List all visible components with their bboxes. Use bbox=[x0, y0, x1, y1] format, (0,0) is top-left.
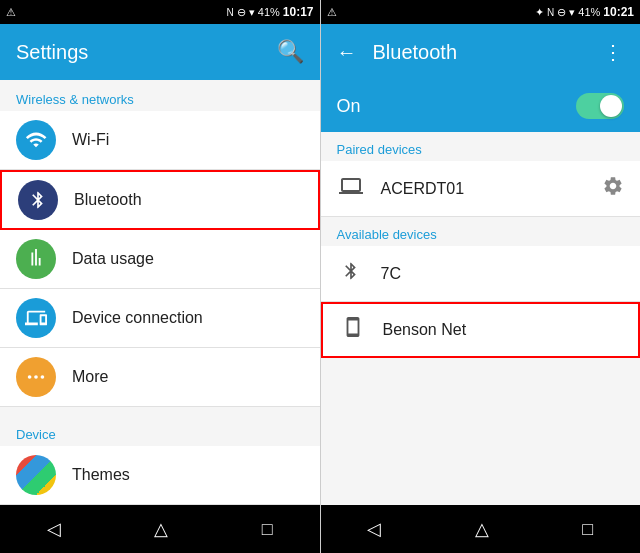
device-menu-icon bbox=[16, 298, 56, 338]
right-status-bar: ⚠ ✦ N ⊖ ▾ 41% 10:21 bbox=[321, 0, 641, 24]
bluetooth-toggle-switch[interactable] bbox=[576, 93, 624, 119]
device-section-label: Device bbox=[0, 415, 320, 446]
right-status-icons: ⚠ bbox=[327, 6, 337, 19]
data-menu-icon bbox=[16, 239, 56, 279]
left-toolbar-title: Settings bbox=[16, 41, 277, 64]
left-status-icons: ⚠ bbox=[6, 6, 16, 19]
wifi-icon: ▾ bbox=[249, 6, 255, 19]
right-minus-icon: ⊖ bbox=[557, 6, 566, 19]
menu-item-bluetooth[interactable]: Bluetooth bbox=[0, 170, 320, 229]
menu-item-wifi[interactable]: Wi-Fi bbox=[0, 111, 320, 170]
svg-point-0 bbox=[28, 375, 32, 379]
7c-device-name: 7C bbox=[381, 265, 625, 283]
right-time: 10:21 bbox=[603, 5, 634, 19]
bluetooth-status-icon: ✦ bbox=[535, 6, 544, 19]
right-home-btn[interactable]: △ bbox=[455, 510, 509, 548]
left-toolbar: Settings 🔍 bbox=[0, 24, 320, 80]
menu-item-data[interactable]: Data usage bbox=[0, 230, 320, 289]
right-toolbar-title: Bluetooth bbox=[373, 41, 604, 64]
more-menu-icon bbox=[16, 357, 56, 397]
left-square-btn[interactable]: □ bbox=[242, 511, 293, 548]
right-back-btn[interactable]: ◁ bbox=[347, 510, 401, 548]
right-alert-icon: ⚠ bbox=[327, 6, 337, 19]
themes-menu-icon bbox=[16, 455, 56, 495]
back-arrow-icon[interactable]: ← bbox=[337, 41, 357, 64]
device-item-acer[interactable]: ACERDT01 bbox=[321, 161, 641, 217]
wireless-section-label: Wireless & networks bbox=[0, 80, 320, 111]
device-item-benson[interactable]: Benson Net bbox=[321, 302, 641, 358]
svg-point-2 bbox=[41, 375, 45, 379]
menu-item-more[interactable]: More bbox=[0, 348, 320, 407]
device-label: Device connection bbox=[72, 309, 203, 327]
left-panel: ⚠ N ⊖ ▾ 41% 10:17 Settings 🔍 Wireless & … bbox=[0, 0, 321, 553]
bluetooth-label: Bluetooth bbox=[74, 191, 142, 209]
wifi-menu-icon bbox=[16, 120, 56, 160]
left-status-bar: ⚠ N ⊖ ▾ 41% 10:17 bbox=[0, 0, 320, 24]
battery-text: 41% bbox=[258, 6, 280, 18]
alert-icon: ⚠ bbox=[6, 6, 16, 19]
more-options-icon[interactable]: ⋮ bbox=[603, 40, 624, 64]
left-bottom-nav: ◁ △ □ bbox=[0, 505, 320, 553]
right-square-btn[interactable]: □ bbox=[562, 511, 613, 548]
benson-device-name: Benson Net bbox=[383, 321, 623, 339]
paired-devices-label: Paired devices bbox=[321, 132, 641, 161]
device-item-7c[interactable]: 7C bbox=[321, 246, 641, 302]
search-icon[interactable]: 🔍 bbox=[277, 39, 304, 65]
right-status-right: ✦ N ⊖ ▾ 41% 10:21 bbox=[535, 5, 634, 19]
menu-item-themes[interactable]: Themes bbox=[0, 446, 320, 505]
phone-icon bbox=[339, 316, 367, 344]
bluetooth-menu-icon bbox=[18, 180, 58, 220]
left-status-right: N ⊖ ▾ 41% 10:17 bbox=[227, 5, 314, 19]
right-nfc-icon: N bbox=[547, 7, 554, 18]
menu-item-device-connection[interactable]: Device connection bbox=[0, 289, 320, 348]
bluetooth-toggle-label: On bbox=[337, 96, 577, 117]
left-back-btn[interactable]: ◁ bbox=[27, 510, 81, 548]
svg-point-1 bbox=[34, 375, 38, 379]
bluetooth-small-icon bbox=[337, 261, 365, 287]
laptop-icon bbox=[337, 174, 365, 204]
right-toolbar: ← Bluetooth ⋮ bbox=[321, 24, 641, 80]
left-home-btn[interactable]: △ bbox=[134, 510, 188, 548]
more-label: More bbox=[72, 368, 108, 386]
right-wifi-icon: ▾ bbox=[569, 6, 575, 19]
themes-label: Themes bbox=[72, 466, 130, 484]
minus-icon: ⊖ bbox=[237, 6, 246, 19]
nfc-icon: N bbox=[227, 7, 234, 18]
gear-icon[interactable] bbox=[602, 175, 624, 202]
section-divider bbox=[0, 407, 320, 414]
data-label: Data usage bbox=[72, 250, 154, 268]
bluetooth-toggle-bar: On bbox=[321, 80, 641, 132]
available-devices-label: Available devices bbox=[321, 217, 641, 246]
right-battery-text: 41% bbox=[578, 6, 600, 18]
right-bottom-nav: ◁ △ □ bbox=[321, 505, 641, 553]
right-panel: ⚠ ✦ N ⊖ ▾ 41% 10:21 ← Bluetooth ⋮ On Pai… bbox=[321, 0, 641, 553]
acer-device-name: ACERDT01 bbox=[381, 180, 603, 198]
wifi-label: Wi-Fi bbox=[72, 131, 109, 149]
left-time: 10:17 bbox=[283, 5, 314, 19]
